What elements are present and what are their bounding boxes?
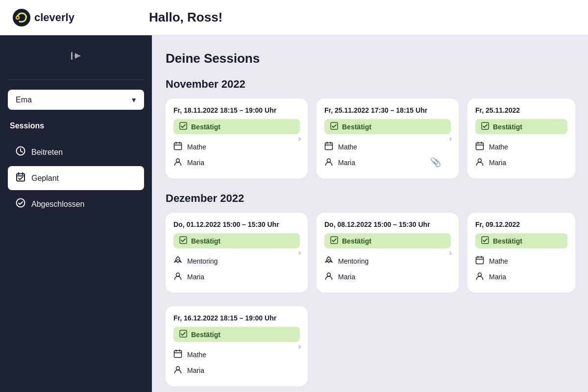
user-icon	[173, 365, 182, 376]
top-header: cleverly Hallo, Ross!	[0, 0, 588, 35]
month-november: November 2022	[166, 78, 574, 91]
svg-point-18	[177, 259, 179, 261]
svg-rect-6	[17, 174, 24, 181]
abgeschlossen-label: Abgeschlossen	[31, 200, 85, 209]
status-text: Bestätigt	[191, 237, 220, 245]
session-card[interactable]: Fr, 16.12.2022 18:15 – 19:00 Uhr Bestäti…	[166, 306, 308, 386]
tutor-text: Maria	[187, 367, 204, 374]
session-date: Do, 01.12.2022 15:00 – 15:30 Uhr	[173, 220, 300, 228]
calendar-icon	[173, 142, 182, 152]
card-arrow-icon: ›	[298, 248, 301, 257]
session-date: Fr, 16.12.2022 18:15 – 19:00 Uhr	[173, 314, 300, 322]
session-card-partial[interactable]: Fr, 09.12.2022 Bestätigt Mathe	[467, 213, 575, 293]
geplant-label: Geplant	[31, 174, 59, 183]
sidebar-item-beitreten[interactable]: Beitreten	[8, 140, 144, 164]
session-card[interactable]: Fr, 18.11.2022 18:15 – 19:00 Uhr Bestäti…	[166, 98, 308, 178]
rocket-icon	[173, 256, 182, 267]
svg-rect-14	[482, 122, 489, 129]
month-dezember: Dezember 2022	[166, 192, 574, 205]
svg-point-10	[176, 159, 180, 162]
session-status-badge: Bestätigt	[324, 119, 451, 134]
session-card-partial[interactable]: Fr, 25.11.2022 Bestätigt Mathe	[467, 98, 575, 178]
user-icon	[173, 271, 182, 282]
sidebar-item-geplant[interactable]: Geplant	[8, 166, 144, 190]
status-text: Bestätigt	[191, 123, 220, 131]
dezember-sessions-row: Do, 01.12.2022 15:00 – 15:30 Uhr Bestäti…	[166, 213, 574, 293]
session-card[interactable]: Do, 01.12.2022 15:00 – 15:30 Uhr Bestäti…	[166, 213, 308, 293]
greeting-text: Hallo, Ross!	[149, 10, 222, 25]
tutor-text: Maria	[338, 273, 355, 281]
rocket-icon	[324, 256, 333, 267]
svg-point-16	[478, 159, 482, 162]
paperclip-icon: 📎	[430, 157, 441, 168]
main-layout: Ema Kind 2 ▼ Sessions Beitreten	[0, 35, 588, 392]
dezember-sessions-row-2: Fr, 16.12.2022 18:15 – 19:00 Uhr Bestäti…	[166, 306, 574, 386]
collapse-icon	[69, 49, 83, 66]
card-arrow-icon: ›	[298, 342, 301, 351]
sidebar: Ema Kind 2 ▼ Sessions Beitreten	[0, 35, 152, 392]
subject-text: Mathe	[338, 143, 357, 151]
tutor-text: Maria	[187, 159, 204, 167]
session-status-badge: Bestätigt	[324, 233, 451, 248]
session-status-badge: Bestätigt	[173, 233, 300, 248]
svg-rect-27	[174, 351, 182, 358]
svg-rect-17	[180, 237, 187, 244]
session-subject-row: Mathe	[475, 253, 567, 269]
tutor-text: Maria	[489, 273, 506, 281]
user-icon	[173, 157, 182, 168]
status-check-icon	[179, 236, 187, 245]
sidebar-item-abgeschlossen[interactable]: Abgeschlossen	[8, 192, 144, 216]
child-selector[interactable]: Ema Kind 2	[8, 90, 144, 110]
session-card[interactable]: Do, 08.12.2022 15:00 – 15:30 Uhr Bestäti…	[317, 213, 459, 293]
card-arrow-icon: ›	[298, 134, 301, 143]
tutor-text: Maria	[338, 159, 355, 167]
calendar-check-icon	[16, 172, 25, 184]
status-text: Bestätigt	[493, 123, 522, 131]
session-tutor-row: Maria	[324, 269, 451, 285]
card-arrow-icon: ›	[449, 134, 452, 143]
session-date: Fr, 09.12.2022	[475, 220, 567, 228]
beitreten-label: Beitreten	[31, 148, 63, 157]
logo-area: cleverly	[12, 8, 149, 27]
status-text: Bestätigt	[342, 123, 371, 131]
status-check-icon	[179, 122, 187, 131]
svg-rect-11	[331, 122, 338, 129]
svg-rect-3	[71, 52, 73, 60]
subject-text: Mathe	[489, 143, 508, 151]
session-tutor-row: Maria	[173, 363, 300, 378]
status-text: Bestätigt	[191, 331, 220, 339]
subject-text: Mathe	[187, 351, 206, 359]
session-subject-row: Mathe	[173, 347, 300, 363]
calendar-icon	[173, 349, 182, 360]
status-check-icon	[481, 122, 489, 131]
session-status-badge: Bestätigt	[475, 233, 567, 248]
session-status-badge: Bestätigt	[475, 119, 567, 134]
svg-rect-9	[174, 143, 182, 150]
session-tutor-row: Maria	[173, 269, 300, 285]
check-circle-icon	[16, 198, 25, 210]
session-date: Fr, 18.11.2022 18:15 – 19:00 Uhr	[173, 106, 300, 114]
session-date: Fr, 25.11.2022 17:30 – 18:15 Uhr	[324, 106, 451, 114]
sessions-section-label: Sessions	[8, 118, 144, 132]
svg-rect-23	[482, 237, 489, 244]
card-arrow-icon: ›	[449, 248, 452, 257]
status-text: Bestätigt	[342, 237, 371, 245]
svg-rect-26	[180, 330, 187, 337]
session-subject-row: Mathe	[324, 139, 451, 155]
session-date: Do, 08.12.2022 15:00 – 15:30 Uhr	[324, 220, 451, 228]
svg-rect-12	[325, 143, 333, 150]
collapse-sidebar-button[interactable]	[8, 45, 144, 70]
page-title: Deine Sessions	[166, 51, 574, 66]
session-card[interactable]: Fr, 25.11.2022 17:30 – 18:15 Uhr Bestäti…	[317, 98, 459, 178]
session-tutor-row: Maria	[475, 155, 567, 171]
status-check-icon	[330, 236, 338, 245]
session-subject-row: Mathe	[475, 139, 567, 155]
user-icon	[475, 271, 484, 282]
logo-icon	[12, 8, 31, 27]
svg-point-19	[176, 273, 180, 276]
calendar-icon	[324, 142, 333, 152]
content-area: Deine Sessions November 2022 Fr, 18.11.2…	[152, 35, 588, 392]
sidebar-divider	[8, 79, 144, 80]
tutor-text: Maria	[489, 159, 506, 167]
clock-icon	[16, 146, 25, 158]
